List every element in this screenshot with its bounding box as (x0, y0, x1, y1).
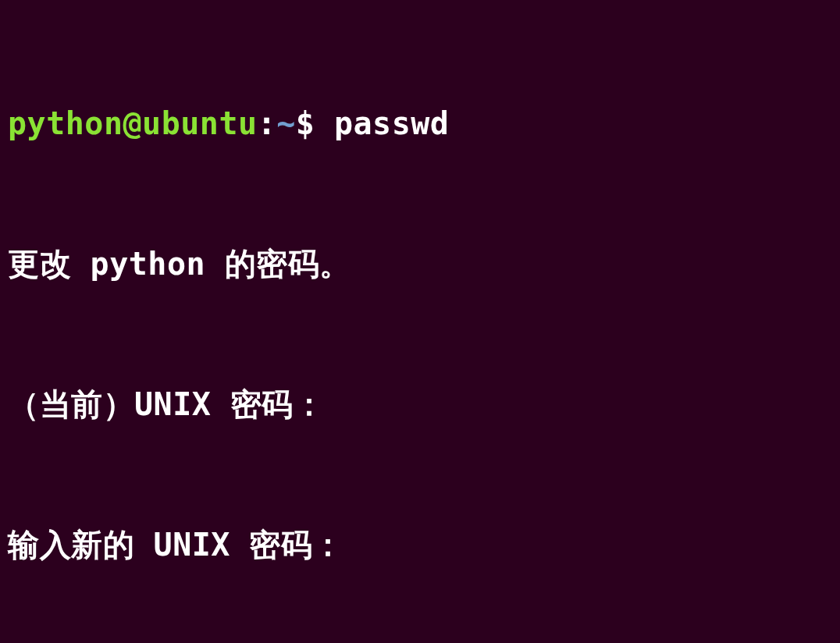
user-host: python@ubuntu (8, 105, 258, 141)
output-line: 输入新的 UNIX 密码： (8, 521, 832, 568)
prompt-line-1: python@ubuntu:~$ passwd (8, 100, 832, 147)
terminal-window[interactable]: python@ubuntu:~$ passwd 更改 python 的密码。 （… (8, 6, 832, 643)
prompt-symbol: $ (296, 105, 315, 141)
path: ~ (276, 105, 296, 141)
output-line: （当前）UNIX 密码： (8, 381, 832, 428)
output-line: 更改 python 的密码。 (8, 240, 832, 287)
colon: : (258, 105, 277, 141)
command-input: passwd (334, 105, 450, 141)
